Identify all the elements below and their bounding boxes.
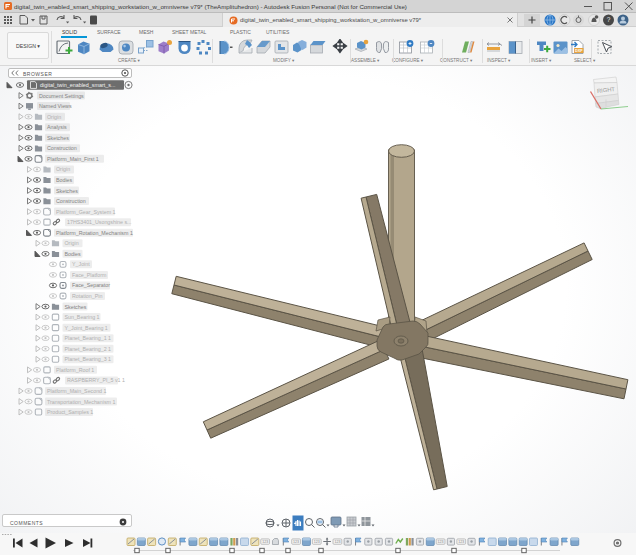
svg-text:Platform_Roof 1: Platform_Roof 1 (56, 367, 94, 373)
svg-text:Transportation_Mechanism 1: Transportation_Mechanism 1 (47, 399, 115, 405)
svg-text:Origin: Origin (56, 166, 70, 172)
svg-text:Document Settings: Document Settings (39, 93, 84, 99)
svg-text:Platform_Rotation_Mechanism 1: Platform_Rotation_Mechanism 1 (56, 230, 133, 236)
svg-text:Sketches: Sketches (56, 188, 78, 194)
svg-text:Construction: Construction (47, 145, 77, 151)
svg-text:Rotation_Pin: Rotation_Pin (72, 293, 102, 299)
svg-text:Origin: Origin (65, 240, 79, 246)
svg-text:Sketches: Sketches (47, 135, 69, 141)
svg-text:Sun_Bearing 1: Sun_Bearing 1 (65, 314, 100, 320)
svg-text:digital_twin_enabled_smart_s..: digital_twin_enabled_smart_s... (40, 82, 116, 88)
svg-text:COMMENTS: COMMENTS (10, 520, 43, 526)
svg-text:123: 123 (262, 540, 268, 544)
svg-text:RASPBERRY_PI_5 v1 1: RASPBERRY_PI_5 v1 1 (67, 377, 125, 383)
svg-text:Named Views: Named Views (39, 103, 72, 109)
svg-text:Construction: Construction (56, 198, 86, 204)
svg-text:123: 123 (293, 540, 299, 544)
svg-text:Platform_Main_Second 1: Platform_Main_Second 1 (47, 388, 107, 394)
svg-text:Bodies: Bodies (56, 177, 73, 183)
svg-text:Planet_Bearing_2 1: Planet_Bearing_2 1 (65, 346, 112, 352)
svg-text:Y_Joint: Y_Joint (72, 261, 90, 267)
svg-text:123: 123 (314, 540, 320, 544)
svg-text:Planet_Bearing_1 1: Planet_Bearing_1 1 (65, 335, 112, 341)
svg-text:17HS3401_Usongshine s...: 17HS3401_Usongshine s... (67, 219, 132, 225)
svg-text:Face_Separator: Face_Separator (72, 282, 110, 288)
svg-text:Face_Platform: Face_Platform (72, 272, 107, 278)
svg-text:Origin: Origin (47, 114, 61, 120)
svg-text:123: 123 (334, 540, 340, 544)
svg-text:Sketches: Sketches (65, 304, 87, 310)
svg-text:123: 123 (438, 540, 444, 544)
svg-text:Bodies: Bodies (65, 251, 82, 257)
svg-text:Platform_Main_First 1: Platform_Main_First 1 (47, 156, 99, 162)
svg-text:Platform_Gear_System 1: Platform_Gear_System 1 (56, 209, 116, 215)
svg-text:123: 123 (458, 540, 464, 544)
svg-text:Planet_Bearing_3 1: Planet_Bearing_3 1 (65, 356, 112, 362)
svg-text:Analysis: Analysis (47, 124, 67, 130)
svg-text:Product_Samples 1: Product_Samples 1 (47, 409, 93, 415)
svg-text:Y_Joint_Bearing 1: Y_Joint_Bearing 1 (65, 325, 108, 331)
